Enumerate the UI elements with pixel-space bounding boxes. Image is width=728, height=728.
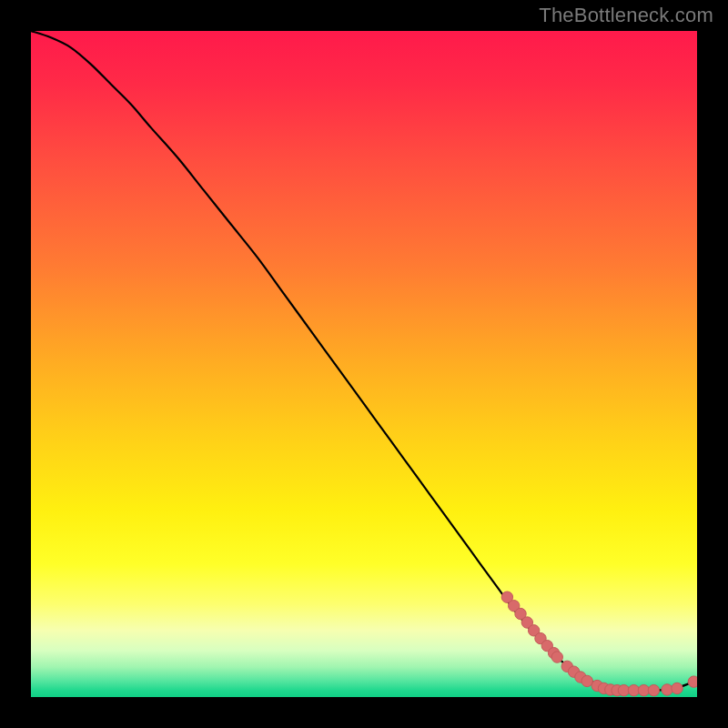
plot-area xyxy=(31,31,697,697)
highlight-dot xyxy=(688,676,697,687)
gradient-background xyxy=(31,31,697,697)
highlight-dot xyxy=(662,684,672,695)
chart-frame: TheBottleneck.com xyxy=(0,0,728,728)
highlight-dot xyxy=(672,682,682,693)
highlight-dot xyxy=(648,684,659,695)
chart-svg xyxy=(31,31,697,697)
highlight-dot xyxy=(551,652,562,662)
attribution-text: TheBottleneck.com xyxy=(539,4,713,27)
